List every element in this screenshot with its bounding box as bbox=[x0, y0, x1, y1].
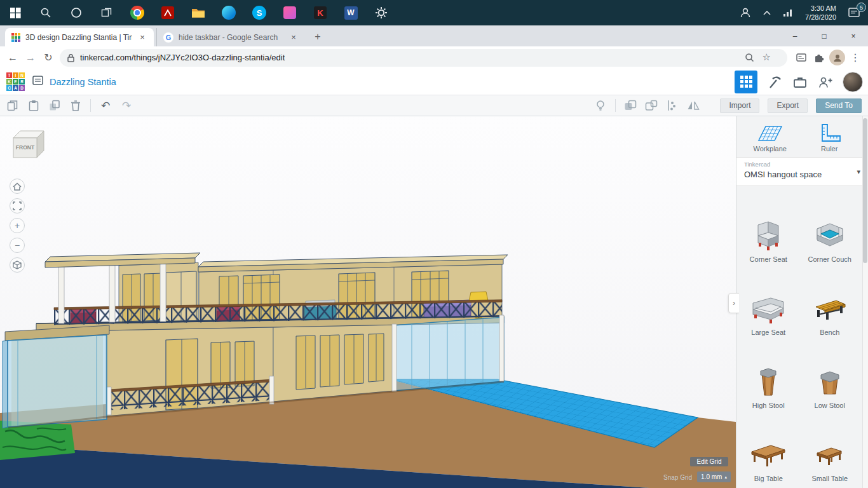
tinkercad-logo[interactable]: T I N K E R C A D bbox=[6, 72, 25, 91]
minecraft-export-button[interactable] bbox=[766, 74, 783, 90]
clock-date: 7/28/2020 bbox=[805, 13, 836, 22]
bookmark-star-icon[interactable]: ☆ bbox=[763, 51, 771, 63]
shape-low-stool[interactable]: Low Stool bbox=[799, 351, 861, 410]
my-designs-button[interactable] bbox=[32, 76, 43, 88]
copy-button[interactable] bbox=[6, 99, 19, 112]
shape-high-stool[interactable]: High Stool bbox=[738, 351, 799, 410]
taskbar-search-button[interactable] bbox=[31, 0, 61, 25]
align-button[interactable] bbox=[666, 99, 679, 112]
taskbar-clock[interactable]: 3:30 AM 7/28/2020 bbox=[799, 4, 843, 22]
scrollbar-thumb[interactable] bbox=[863, 118, 867, 263]
workplane-label: Workplane bbox=[754, 145, 787, 152]
window-controls: – □ × bbox=[780, 25, 868, 46]
chevron-up-icon: ▴ bbox=[724, 475, 727, 479]
workplane-tool[interactable]: Workplane bbox=[740, 121, 800, 156]
group-button[interactable] bbox=[624, 99, 637, 112]
shape-large-seat[interactable]: Large Seat bbox=[738, 278, 799, 337]
new-tab-button[interactable]: + bbox=[309, 28, 327, 46]
ungroup-button[interactable] bbox=[645, 99, 658, 112]
design-title[interactable]: Dazzling Stantia bbox=[50, 77, 116, 87]
zoom-out-button[interactable]: − bbox=[10, 238, 25, 253]
k-app-icon: K bbox=[314, 6, 327, 19]
3d-viewport[interactable] bbox=[0, 116, 736, 488]
invite-button[interactable] bbox=[817, 74, 834, 90]
url-text: tinkercad.com/things/jNZJYc2IO3O-dazzlin… bbox=[80, 53, 285, 62]
shape-corner-couch[interactable]: Corner Couch bbox=[799, 205, 861, 264]
back-button[interactable]: ← bbox=[4, 49, 22, 67]
shape-corner-seat[interactable]: Corner Seat bbox=[738, 205, 799, 264]
tab-tinkercad[interactable]: 3D design Dazzling Stantia | Tink × bbox=[5, 28, 154, 46]
classroom-button[interactable] bbox=[792, 74, 808, 90]
tab-close-button[interactable]: × bbox=[288, 32, 299, 43]
mirror-button[interactable] bbox=[687, 99, 700, 112]
edit-grid-button[interactable]: Edit Grid bbox=[690, 457, 728, 466]
cortana-button[interactable] bbox=[61, 0, 92, 25]
fit-view-button[interactable] bbox=[10, 198, 25, 214]
ruler-tool[interactable]: Ruler bbox=[800, 121, 860, 156]
lock-icon[interactable] bbox=[67, 53, 75, 65]
browser-profile-avatar[interactable] bbox=[829, 50, 845, 65]
shape-bench[interactable]: Bench bbox=[799, 278, 861, 337]
search-icon bbox=[40, 7, 51, 18]
zoom-icon[interactable] bbox=[745, 53, 754, 65]
taskbar-word-button[interactable]: W bbox=[336, 0, 366, 25]
maximize-button[interactable]: □ bbox=[810, 25, 839, 46]
taskbar-settings-button[interactable] bbox=[366, 0, 397, 25]
low-stool-icon bbox=[811, 366, 849, 399]
taskbar-file-explorer-button[interactable] bbox=[183, 0, 214, 25]
minimize-button[interactable]: – bbox=[780, 25, 810, 46]
taskbar-adobe-button[interactable] bbox=[153, 0, 183, 25]
snap-grid-dropdown[interactable]: 1.0 mm ▴ bbox=[697, 471, 731, 482]
windows-taskbar: S K W 3:30 AM 7/28/2020 bbox=[0, 0, 868, 25]
windows-logo-icon bbox=[10, 8, 21, 18]
address-bar[interactable]: tinkercad.com/things/jNZJYc2IO3O-dazzlin… bbox=[60, 49, 787, 67]
close-button[interactable]: × bbox=[839, 25, 868, 46]
browser-menu-button[interactable]: ⋮ bbox=[846, 49, 864, 67]
shape-small-table[interactable]: Small Table bbox=[799, 424, 861, 484]
blocks-view-button[interactable] bbox=[735, 71, 757, 93]
paste-button[interactable] bbox=[27, 99, 40, 112]
user-avatar[interactable] bbox=[843, 72, 863, 92]
ruler-label: Ruler bbox=[821, 145, 837, 152]
extension-card-button[interactable] bbox=[792, 49, 810, 67]
fit-view-icon bbox=[13, 201, 22, 210]
view-cube[interactable]: FRONT bbox=[10, 128, 47, 161]
send-to-button[interactable]: Send To bbox=[816, 98, 862, 113]
view-cube-front-label: FRONT bbox=[16, 144, 35, 151]
action-center-button[interactable]: 5 bbox=[843, 0, 865, 25]
delete-button[interactable] bbox=[69, 99, 82, 112]
forward-button[interactable]: → bbox=[22, 49, 39, 67]
chevron-down-icon: ▾ bbox=[857, 168, 860, 176]
panel-collapse-handle[interactable]: › bbox=[728, 293, 739, 313]
reload-button[interactable]: ↻ bbox=[39, 49, 57, 67]
home-view-button[interactable] bbox=[10, 179, 25, 194]
taskbar-edge-button[interactable] bbox=[214, 0, 244, 25]
shape-category-dropdown[interactable]: Tinkercad OMSI hangout space ▾ bbox=[736, 157, 868, 186]
taskbar-skype-button[interactable]: S bbox=[244, 0, 275, 25]
hidden-icons-button[interactable] bbox=[757, 0, 777, 25]
perspective-toggle-button[interactable] bbox=[10, 257, 25, 273]
perspective-cube-icon bbox=[13, 261, 22, 269]
shape-big-table[interactable]: Big Table bbox=[738, 424, 799, 484]
start-button[interactable] bbox=[0, 0, 31, 25]
task-view-icon bbox=[101, 7, 112, 18]
tab-google-search[interactable]: G hide taskbar - Google Search × bbox=[156, 28, 305, 46]
zoom-in-button[interactable]: + bbox=[10, 218, 25, 233]
taskbar-k-app-button[interactable]: K bbox=[305, 0, 336, 25]
taskbar-pink-app-button[interactable] bbox=[275, 0, 305, 25]
import-button[interactable]: Import bbox=[720, 98, 759, 113]
duplicate-button[interactable] bbox=[48, 99, 61, 112]
undo-button[interactable]: ↶ bbox=[99, 99, 112, 112]
gear-icon bbox=[375, 6, 388, 19]
network-button[interactable] bbox=[777, 0, 799, 25]
export-button[interactable]: Export bbox=[768, 98, 808, 113]
panel-scrollbar[interactable] bbox=[862, 116, 868, 488]
people-button[interactable] bbox=[734, 0, 757, 25]
task-view-button[interactable] bbox=[92, 0, 122, 25]
redo-button[interactable]: ↷ bbox=[120, 99, 133, 112]
tab-close-button[interactable]: × bbox=[137, 32, 147, 43]
extension-puzzle-button[interactable] bbox=[810, 49, 828, 67]
corner-seat-icon bbox=[749, 220, 787, 253]
taskbar-chrome-button[interactable] bbox=[122, 0, 153, 25]
show-all-button[interactable] bbox=[594, 99, 607, 112]
